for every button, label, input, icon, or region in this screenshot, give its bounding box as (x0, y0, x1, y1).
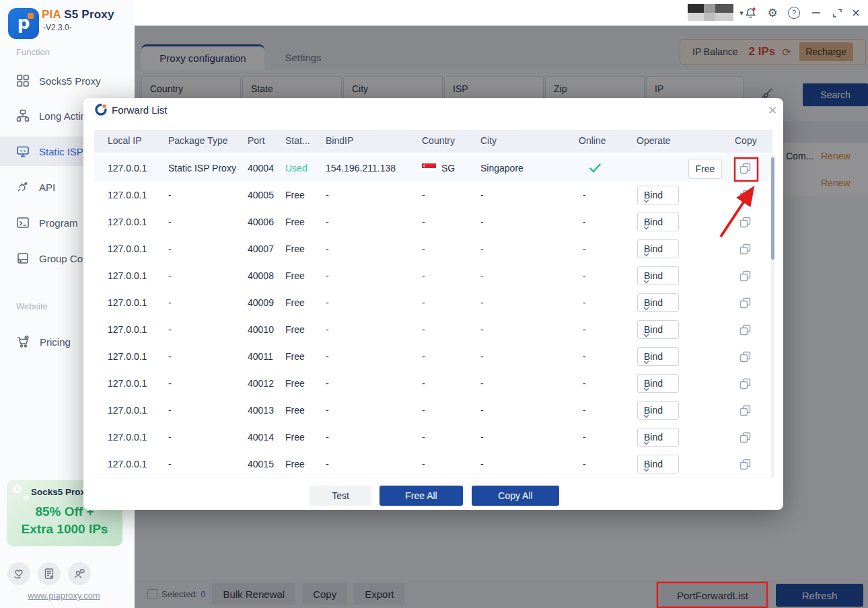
copy-icon[interactable] (735, 185, 755, 205)
copy-icon[interactable] (735, 158, 755, 178)
site-link[interactable]: www.piaproxy.com (0, 591, 128, 601)
chevron-down-icon (638, 436, 649, 447)
cell: 127.0.0.1 (108, 163, 147, 174)
forward-table-row: 127.0.0.1-40013Free----Bind (94, 397, 772, 424)
cell: - (326, 378, 329, 389)
maximize-button[interactable] (829, 5, 845, 21)
copy-icon[interactable] (735, 400, 755, 420)
chevron-down-icon (638, 275, 649, 286)
cell: - (583, 217, 586, 227)
chevron-down-icon (638, 329, 649, 340)
forward-table-row: 127.0.0.1-40011Free----Bind (94, 343, 772, 371)
docs-button[interactable] (38, 562, 61, 585)
copy-icon[interactable] (735, 239, 755, 259)
cell: - (480, 297, 484, 308)
column-header: Operate (637, 135, 671, 146)
copy-icon[interactable] (735, 346, 755, 367)
copy-icon[interactable] (735, 293, 755, 313)
drive-icon (16, 252, 30, 265)
bell-icon[interactable] (742, 5, 758, 21)
forward-table-row: 127.0.0.1-40006Free----Bind (94, 208, 772, 236)
column-header: BindIP (326, 135, 353, 146)
scrollbar-thumb[interactable] (771, 157, 774, 260)
column-header: Package Type (168, 135, 227, 146)
bind-select[interactable]: Bind (637, 239, 679, 258)
monitor-icon (16, 145, 30, 158)
minimize-button[interactable] (808, 5, 824, 21)
bind-select[interactable]: Bind (637, 266, 679, 285)
modal-logo-icon (94, 103, 108, 119)
cell: - (168, 351, 172, 362)
copy-icon[interactable] (735, 319, 755, 340)
cell: - (168, 432, 172, 443)
cell: 127.0.0.1 (108, 351, 147, 362)
copy-icon[interactable] (735, 373, 755, 393)
forward-table-row: 127.0.0.1-40014Free----Bind (94, 424, 772, 451)
online-check-icon (589, 163, 601, 175)
cell: 40005 (248, 190, 274, 200)
bind-select[interactable]: Bind (637, 186, 679, 204)
copy-icon[interactable] (735, 427, 755, 447)
bind-select[interactable]: Bind (637, 347, 679, 366)
gear-icon[interactable]: ⚙ (764, 5, 781, 21)
free-button[interactable]: Free (688, 159, 722, 179)
promo-line1: Socks5 Prox (31, 487, 85, 497)
cell: - (326, 243, 329, 254)
cell: - (326, 459, 329, 469)
cell: - (326, 190, 329, 200)
bind-select[interactable]: Bind (637, 401, 679, 420)
copy-all-button[interactable]: Copy All (472, 486, 559, 506)
forward-table-row: 127.0.0.1-40012Free----Bind (94, 370, 772, 397)
cart-icon (16, 335, 30, 348)
support-button[interactable] (68, 562, 91, 585)
cell: 127.0.0.1 (108, 324, 147, 335)
terminal-icon (16, 216, 30, 229)
bind-select[interactable]: Bind (637, 320, 679, 339)
logo-accent-square (28, 13, 34, 19)
cell: - (422, 243, 425, 254)
bind-select[interactable]: Bind (637, 293, 679, 312)
bind-select[interactable]: Bind (637, 374, 679, 393)
cell: - (422, 459, 425, 469)
sidebar-item-socks5-proxy[interactable]: Socks5 Proxy (0, 66, 135, 96)
bind-select[interactable]: Bind (637, 213, 679, 231)
cell: 40006 (248, 217, 274, 227)
copy-icon[interactable] (735, 454, 755, 474)
cell: - (422, 378, 425, 389)
cell: - (168, 270, 172, 281)
forward-table-row: 127.0.0.1-40008Free----Bind (94, 262, 772, 290)
bind-select[interactable]: Bind (637, 455, 679, 473)
forward-list-modal: Forward List ✕ Local IPPackage TypePortS… (83, 98, 783, 510)
cell: - (422, 405, 425, 416)
help-icon[interactable]: ? (786, 5, 802, 21)
cell: - (422, 270, 425, 281)
modal-close-icon[interactable]: ✕ (764, 102, 781, 118)
column-header: City (480, 135, 497, 146)
cell: - (422, 432, 425, 443)
cell: - (168, 217, 172, 227)
bind-select[interactable]: Bind (637, 428, 679, 447)
section-website: Website (16, 301, 48, 311)
cell: - (583, 378, 586, 389)
cell: - (168, 324, 172, 335)
affiliate-button[interactable] (7, 562, 30, 585)
user-account-redacted[interactable] (688, 4, 733, 21)
close-button[interactable]: ✕ (848, 5, 864, 21)
free-all-button[interactable]: Free All (379, 486, 463, 506)
cell: - (480, 217, 484, 227)
cell: - (480, 324, 484, 335)
test-button[interactable]: Test (310, 486, 371, 506)
cell: - (422, 324, 425, 335)
sidebar-item-label: Program (39, 217, 78, 229)
chevron-down-icon (638, 356, 649, 367)
plug-icon (16, 180, 30, 194)
chevron-down-icon (638, 410, 649, 420)
cell: - (326, 432, 329, 443)
cell: 127.0.0.1 (108, 459, 147, 469)
titlebar: ▾ ⚙ ? ✕ (135, 0, 868, 26)
chevron-down-icon (638, 194, 649, 205)
copy-icon[interactable] (735, 212, 755, 232)
copy-icon[interactable] (735, 266, 755, 286)
cell: - (326, 297, 329, 308)
cell: 127.0.0.1 (108, 243, 147, 254)
